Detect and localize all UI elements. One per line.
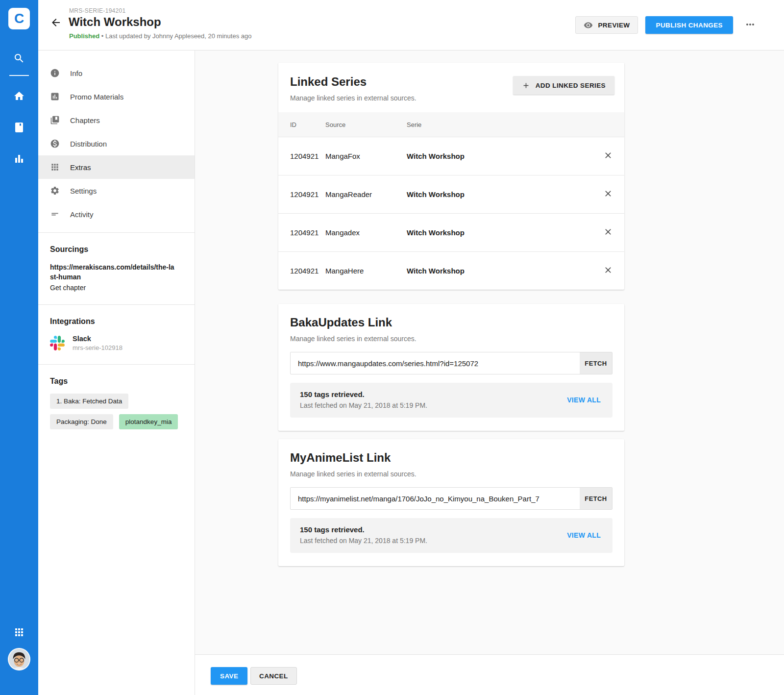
more-horizontal-icon — [744, 19, 756, 30]
rail-search-button[interactable] — [0, 49, 38, 68]
bakaupdates-card: BakaUpdates Link Manage linked series in… — [278, 304, 624, 431]
app-logo-letter: C — [14, 12, 24, 25]
myanimelist-fetch-button[interactable]: FETCH — [580, 488, 612, 509]
publish-changes-button[interactable]: PUBLISH CHANGES — [645, 16, 733, 34]
table-row: 1204921 Mangadex Witch Workshop — [278, 213, 624, 251]
book-icon — [13, 122, 25, 133]
series-id: MRS-SERIE-194201 — [69, 7, 126, 14]
nav-item-label: Settings — [70, 187, 97, 195]
remove-linked-series-button[interactable] — [601, 264, 615, 278]
save-button[interactable]: SAVE — [211, 667, 247, 685]
linked-series-subtitle: Manage linked series in external sources… — [290, 94, 612, 102]
result-detail: Last fetched on May 21, 2018 at 5:19 PM. — [300, 401, 565, 409]
app-rail: C — [0, 0, 38, 695]
cancel-button[interactable]: CANCEL — [250, 667, 297, 685]
gear-icon — [50, 186, 60, 196]
add-linked-series-button[interactable]: ADD LINKED SERIES — [513, 76, 614, 95]
rail-analytics-button[interactable] — [0, 149, 38, 169]
close-icon — [603, 265, 613, 275]
preview-button[interactable]: PREVIEW — [575, 16, 638, 34]
cell-serie: Witch Workshop — [407, 228, 592, 237]
cell-id: 1204921 — [278, 190, 325, 199]
plus-icon — [522, 81, 530, 90]
linked-series-table-header: ID Source Serie — [278, 112, 624, 137]
apps-grid-icon — [50, 162, 60, 172]
eye-icon — [584, 21, 593, 30]
user-avatar[interactable] — [8, 648, 30, 670]
collections-bookmark-icon — [50, 115, 60, 125]
bakaupdates-view-all-link[interactable]: VIEW ALL — [565, 396, 603, 404]
remove-linked-series-button[interactable] — [601, 226, 615, 240]
myanimelist-card: MyAnimeList Link Manage linked series in… — [278, 439, 624, 566]
avatar-image — [9, 649, 29, 670]
cell-serie: Witch Workshop — [407, 267, 592, 275]
status-separator: • — [101, 32, 104, 40]
cell-source: MangaFox — [325, 152, 407, 160]
get-chapter-link[interactable]: Get chapter — [50, 284, 86, 292]
nav-item-label: Promo Materials — [70, 93, 123, 101]
sourcings-section: Sourcings https://merakiscans.com/detail… — [38, 233, 195, 305]
page-header: MRS-SERIE-194201 Witch Workshop Publishe… — [38, 0, 784, 50]
nav-item-info[interactable]: Info — [38, 61, 195, 85]
nav-item-label: Extras — [70, 163, 91, 172]
integrations-title: Integrations — [50, 317, 183, 326]
nav-item-label: Info — [70, 69, 82, 77]
sourcings-title: Sourcings — [50, 245, 183, 254]
nav-item-label: Activity — [70, 210, 94, 219]
result-detail: Last fetched on May 21, 2018 at 5:19 PM. — [300, 537, 565, 545]
header-actions: PREVIEW PUBLISH CHANGES — [575, 16, 758, 34]
table-row: 1204921 MangaFox Witch Workshop — [278, 137, 624, 175]
close-icon — [603, 227, 613, 237]
rail-library-button[interactable] — [0, 118, 38, 137]
tag-chip-green: plotandkey_mia — [119, 414, 178, 429]
bakaupdates-url-row: FETCH — [290, 352, 612, 374]
back-button[interactable] — [49, 17, 62, 29]
cell-serie: Witch Workshop — [407, 152, 592, 160]
integration-name: Slack — [73, 335, 122, 343]
form-action-bar: SAVE CANCEL — [195, 654, 784, 695]
rail-divider — [9, 75, 29, 76]
myanimelist-url-input[interactable] — [291, 488, 580, 509]
cell-source: MangaReader — [325, 190, 407, 199]
apps-grid-icon — [13, 626, 25, 638]
tag-chip: Packaging: Done — [50, 414, 113, 429]
remove-linked-series-button[interactable] — [601, 149, 615, 163]
app-logo[interactable]: C — [8, 8, 30, 29]
remove-linked-series-button[interactable] — [601, 188, 615, 201]
bakaupdates-url-input[interactable] — [291, 352, 580, 374]
sourcing-url: https://merakiscans.com/details/the-last… — [50, 262, 177, 282]
integration-slack[interactable]: Slack mrs-serie-102918 — [50, 335, 183, 351]
tag-chips: 1. Baka: Fetched Data Packaging: Done pl… — [50, 394, 192, 429]
nav-list: Info Promo Materials Chapters Distributi… — [38, 50, 195, 233]
nav-item-label: Distribution — [70, 140, 107, 148]
bar-chart-icon — [13, 153, 25, 165]
nav-item-chapters[interactable]: Chapters — [38, 108, 195, 132]
nav-item-extras[interactable]: Extras — [38, 155, 195, 179]
result-text: 150 tags retrieved. Last fetched on May … — [300, 390, 565, 409]
rail-home-button[interactable] — [0, 86, 38, 106]
close-icon — [603, 150, 613, 160]
table-row: 1204921 MangaReader Witch Workshop — [278, 175, 624, 213]
cell-serie: Witch Workshop — [407, 190, 592, 199]
more-menu-button[interactable] — [743, 18, 758, 32]
myanimelist-result-box: 150 tags retrieved. Last fetched on May … — [290, 518, 612, 553]
nav-item-activity[interactable]: Activity — [38, 202, 195, 226]
nav-item-label: Chapters — [70, 116, 100, 124]
nav-item-settings[interactable]: Settings — [38, 179, 195, 202]
info-icon — [50, 68, 60, 78]
monetization-icon — [50, 139, 60, 149]
myanimelist-view-all-link[interactable]: VIEW ALL — [565, 531, 603, 539]
rail-apps-button[interactable] — [0, 622, 38, 642]
nav-item-promo-materials[interactable]: Promo Materials — [38, 85, 195, 108]
short-text-icon — [50, 209, 60, 219]
integration-id: mrs-serie-102918 — [73, 344, 122, 351]
add-linked-series-label: ADD LINKED SERIES — [536, 82, 606, 89]
home-icon — [13, 90, 25, 102]
search-icon — [13, 52, 25, 64]
nav-item-distribution[interactable]: Distribution — [38, 132, 195, 155]
main-content: Linked Series Manage linked series in ex… — [195, 50, 784, 695]
cell-id: 1204921 — [278, 267, 325, 275]
bakaupdates-fetch-button[interactable]: FETCH — [580, 352, 612, 374]
tag-chip: 1. Baka: Fetched Data — [50, 394, 128, 409]
page-title: Witch Workshop — [69, 15, 161, 29]
